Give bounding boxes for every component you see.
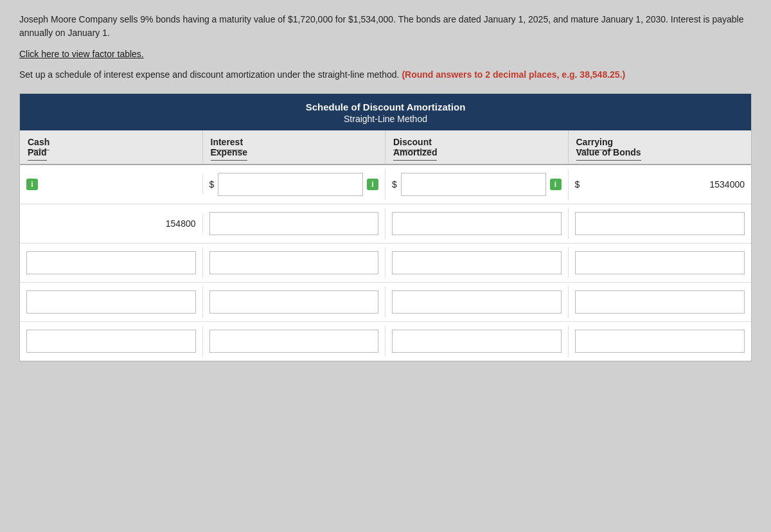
discount-amortized-input-1[interactable] <box>401 173 546 196</box>
cash-paid-cell-3 <box>20 247 203 278</box>
factor-tables-link[interactable]: Click here to view factor tables. <box>19 49 144 59</box>
discount-amortized-cell-1: $ i <box>386 169 569 200</box>
table-row <box>20 283 751 322</box>
cash-paid-cell-4 <box>20 287 203 317</box>
table-row <box>20 322 751 361</box>
discount-amortized-input-5[interactable] <box>392 330 562 353</box>
carrying-value-cell-2 <box>569 208 752 239</box>
table-title: Schedule of Discount Amortization <box>26 102 745 112</box>
instruction-prefix: Set up a schedule of interest expense an… <box>19 69 399 80</box>
interest-expense-cell-4 <box>203 287 386 317</box>
col-header-interest-expense: Interest Expense <box>203 130 386 164</box>
table-subtitle: Straight-Line Method <box>26 114 745 124</box>
discount-amortized-cell-5 <box>386 326 569 357</box>
cash-paid-input-3[interactable] <box>26 251 196 274</box>
interest-expense-cell-2 <box>203 208 386 239</box>
cash-paid-cell-2: 154800 <box>20 215 203 233</box>
cash-paid-value-2: 154800 <box>26 218 196 229</box>
info-badge-interest[interactable]: i <box>367 179 378 190</box>
col-header-discount-text: Discount Amortized <box>393 137 437 161</box>
intro-text: Joseph Moore Company sells 9% bonds havi… <box>19 13 752 40</box>
interest-expense-input-4[interactable] <box>209 290 379 314</box>
col-header-cash-paid: Cash Paid <box>20 130 203 164</box>
carrying-value-cell-3 <box>569 247 752 278</box>
col-header-interest-text: Interest Expense <box>211 137 248 161</box>
col-header-cash-paid-text: Cash Paid <box>28 137 49 161</box>
col-header-carrying-value: Carrying Value of Bonds <box>569 130 752 164</box>
discount-amortized-input-3[interactable] <box>392 251 562 274</box>
cash-paid-input-5[interactable] <box>26 330 196 353</box>
carrying-value-cell-5 <box>569 326 752 357</box>
interest-expense-input-2[interactable] <box>209 212 379 235</box>
carrying-value-input-5[interactable] <box>575 330 745 353</box>
carrying-value-input-4[interactable] <box>575 290 745 314</box>
discount-amortized-input-4[interactable] <box>392 290 562 314</box>
info-badge-discount[interactable]: i <box>550 179 562 190</box>
discount-amortized-input-2[interactable] <box>392 212 562 235</box>
col-header-carrying-text: Carrying Value of Bonds <box>576 137 641 161</box>
discount-amortized-cell-3 <box>386 247 569 278</box>
carrying-value-cell-4 <box>569 287 752 317</box>
interest-expense-input-3[interactable] <box>209 251 379 274</box>
instruction-highlight: (Round answers to 2 decimal places, e.g.… <box>402 69 625 80</box>
amortization-table: Schedule of Discount Amortization Straig… <box>19 93 752 362</box>
currency-dollar-carrying: $ <box>575 179 580 190</box>
currency-dollar-interest: $ <box>209 179 215 190</box>
interest-expense-input-5[interactable] <box>209 330 379 353</box>
carrying-value-cell-1: $ 1534000 <box>569 175 752 193</box>
carrying-value-input-3[interactable] <box>575 251 745 274</box>
interest-expense-cell-1: $ i <box>203 169 386 200</box>
discount-amortized-cell-4 <box>386 287 569 317</box>
currency-dollar-discount: $ <box>392 179 397 190</box>
cash-paid-cell-5 <box>20 326 203 357</box>
info-badge-cash[interactable]: i <box>26 179 38 190</box>
table-body: i $ i $ i $ 1534000 154800 <box>20 165 751 361</box>
interest-expense-cell-3 <box>203 247 386 278</box>
table-row: i $ i $ i $ 1534000 <box>20 165 751 204</box>
table-header: Schedule of Discount Amortization Straig… <box>20 94 751 130</box>
carrying-value-static-1: 1534000 <box>583 179 745 190</box>
table-row <box>20 244 751 283</box>
discount-amortized-cell-2 <box>386 208 569 239</box>
carrying-value-input-2[interactable] <box>575 212 745 235</box>
column-headers: Cash Paid Interest Expense Discount Amor… <box>20 130 751 165</box>
interest-expense-cell-5 <box>203 326 386 357</box>
cash-paid-input-4[interactable] <box>26 290 196 314</box>
table-row: 154800 <box>20 204 751 244</box>
interest-expense-input-1[interactable] <box>218 173 363 196</box>
col-header-discount-amortized: Discount Amortized <box>386 130 569 164</box>
cash-paid-cell-1: i <box>20 175 203 194</box>
instruction-text: Set up a schedule of interest expense an… <box>19 68 752 82</box>
